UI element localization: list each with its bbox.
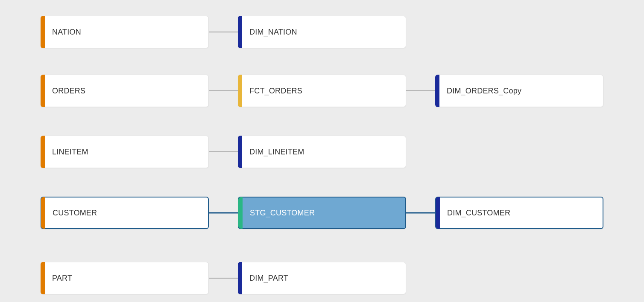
- accent-bar: [41, 75, 45, 107]
- accent-bar: [41, 136, 45, 168]
- accent-bar: [238, 197, 243, 229]
- accent-bar: [41, 16, 45, 48]
- node-label: DIM_PART: [249, 274, 288, 283]
- node-label: STG_CUSTOMER: [250, 209, 315, 218]
- node-label: ORDERS: [52, 87, 85, 96]
- accent-bar: [435, 75, 439, 107]
- node-label: CUSTOMER: [53, 209, 97, 218]
- node-fct-orders[interactable]: FCT_ORDERS: [238, 75, 406, 107]
- node-label: DIM_CUSTOMER: [447, 209, 510, 218]
- node-dim-nation[interactable]: DIM_NATION: [238, 16, 406, 48]
- node-label: FCT_ORDERS: [249, 87, 302, 96]
- accent-bar: [238, 75, 242, 107]
- node-label: PART: [52, 274, 72, 283]
- node-label: LINEITEM: [52, 148, 88, 157]
- accent-bar: [238, 136, 242, 168]
- accent-bar: [41, 197, 45, 229]
- accent-bar: [238, 16, 242, 48]
- node-dim-lineitem[interactable]: DIM_LINEITEM: [238, 136, 406, 168]
- node-dim-orders-copy[interactable]: DIM_ORDERS_Copy: [435, 75, 603, 107]
- node-label: NATION: [52, 28, 81, 37]
- node-label: DIM_ORDERS_Copy: [447, 87, 521, 96]
- accent-bar: [238, 262, 242, 294]
- node-label: DIM_NATION: [249, 28, 297, 37]
- node-nation[interactable]: NATION: [41, 16, 209, 48]
- accent-bar: [436, 197, 440, 229]
- accent-bar: [41, 262, 45, 294]
- node-orders[interactable]: ORDERS: [41, 75, 209, 107]
- node-customer[interactable]: CUSTOMER: [41, 197, 209, 229]
- node-dim-part[interactable]: DIM_PART: [238, 262, 406, 294]
- node-lineitem[interactable]: LINEITEM: [41, 136, 209, 168]
- node-stg-customer[interactable]: STG_CUSTOMER: [238, 197, 406, 229]
- node-dim-customer[interactable]: DIM_CUSTOMER: [435, 197, 603, 229]
- node-label: DIM_LINEITEM: [249, 148, 304, 157]
- node-part[interactable]: PART: [41, 262, 209, 294]
